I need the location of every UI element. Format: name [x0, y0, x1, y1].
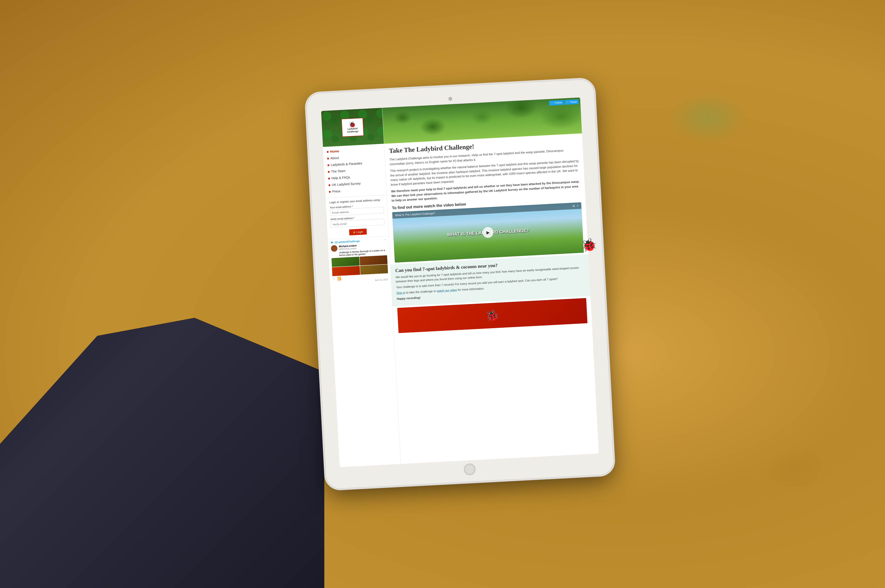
main-content: 🐦 Follow 🐦 Tweet Take The Ladybird Chall… — [382, 98, 599, 464]
nav-dot-press — [329, 191, 331, 193]
ipad-screen: 🐞 Ladybird Challenge Home About — [321, 98, 599, 467]
nav-dot-ladybirds — [327, 164, 329, 166]
ipad-camera — [448, 97, 452, 101]
page-body[interactable]: Take The Ladybird Challenge! The Ladybir… — [384, 133, 599, 464]
twitter-handle: @LadybirdChallenge — [334, 239, 360, 243]
tweet-images-grid — [332, 255, 388, 276]
tweet-image-4 — [360, 264, 388, 274]
section-two: Can you find 7-spot ladybirds & cocoons … — [390, 254, 591, 306]
section-two-text: Can you find 7-spot ladybirds & cocoons … — [395, 258, 586, 303]
tweet-avatar — [331, 245, 338, 252]
ipad-device: 🐞 Ladybird Challenge Home About — [306, 78, 614, 489]
twitter-follow-icon: 🐦 — [551, 101, 554, 105]
ipad-home-button[interactable] — [464, 464, 476, 475]
login-section-label: Login or register your email address usi… — [329, 198, 383, 204]
site-logo-box: 🐞 Ladybird Challenge — [341, 118, 364, 137]
tweet-content: MichpsLondon @MichpsLondon challenge in … — [331, 242, 387, 257]
logo-title-line2: Challenge — [347, 130, 358, 133]
video-share-icon[interactable]: ↗ — [576, 204, 579, 207]
tweet-retweet-icon[interactable]: 🔁 — [337, 276, 341, 280]
nav-dot-home — [327, 151, 329, 153]
watch-video-link[interactable]: watch our video — [437, 288, 457, 292]
website-container: 🐞 Ladybird Challenge Home About — [321, 98, 599, 467]
nav-dot-team — [328, 171, 330, 173]
twitter-follow-button[interactable]: 🐦 Follow — [549, 100, 564, 105]
nav-dot-survey — [328, 184, 330, 186]
login-section: Login or register your email address usi… — [326, 195, 389, 239]
twitter-brand: 🐦 @LadybirdChallenge — [331, 239, 360, 244]
tweet-section: 🐦 @LadybirdChallenge → MichpsLondon @Mic… — [328, 236, 391, 285]
nav-menu: Home About Ladybirds & Parasites The Tea… — [323, 144, 387, 197]
video-settings-icon[interactable]: ⚙ — [572, 204, 575, 207]
tweet-image-2 — [360, 255, 387, 266]
video-controls: ⚙ ↗ — [572, 204, 579, 207]
tweet-image-3 — [332, 266, 360, 276]
tweet-image-1 — [332, 256, 360, 267]
nav-dot-faqs — [328, 177, 330, 179]
video-container[interactable]: What Is The Ladybird Challenge? ⚙ ↗ WHAT… — [392, 202, 584, 262]
twitter-buttons-area: 🐦 Follow 🐦 Tweet — [549, 99, 579, 106]
login-button[interactable]: Login — [349, 228, 367, 235]
section2-p3-text-end: for more information. — [458, 287, 484, 291]
sign-in-link[interactable]: Sign in — [396, 291, 405, 294]
tweet-body: MichpsLondon @MichpsLondon challenge in … — [339, 242, 387, 256]
twitter-icon: 🐦 — [331, 241, 334, 244]
logo-icon: 🐞 — [349, 122, 356, 128]
tweet-heart-icon[interactable]: ♡ — [332, 277, 336, 281]
twitter-arrow-icon: → — [384, 238, 386, 241]
site-logo-area: 🐞 Ladybird Challenge — [321, 108, 384, 147]
video-title-text: What Is The Ladybird Challenge? — [395, 212, 435, 217]
section2-p3-text: to take the challenge or — [406, 290, 437, 294]
nav-dot-about — [327, 158, 329, 159]
twitter-tweet-button[interactable]: 🐦 Tweet — [564, 99, 579, 105]
ladybird-illustration: 🐞 — [581, 237, 597, 253]
twitter-tweet-icon: 🐦 — [566, 101, 569, 104]
